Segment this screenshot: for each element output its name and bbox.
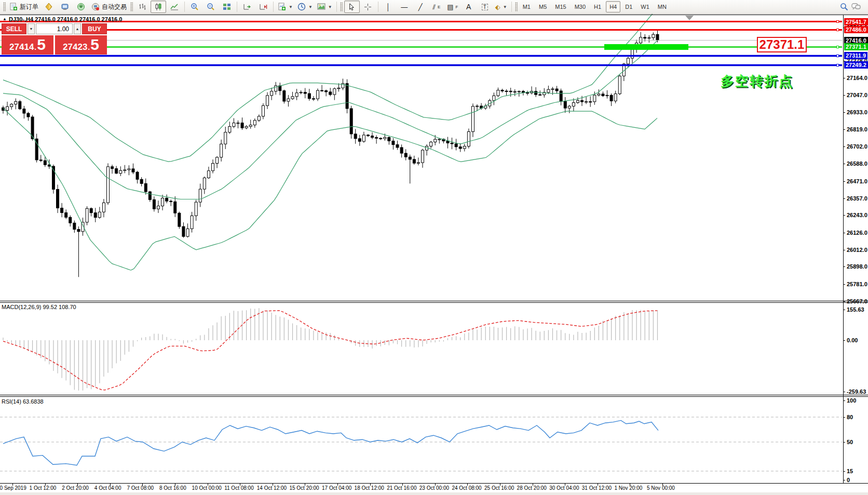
equidistant-channel-button[interactable]: ⫽E — [429, 1, 444, 13]
macd-tick — [843, 392, 845, 392]
trendline-icon: ╱ — [418, 4, 423, 10]
rsi-tick-label: 100 — [847, 397, 856, 404]
market-watch-button[interactable] — [41, 1, 57, 13]
chat-icon[interactable] — [851, 3, 861, 11]
time-tick-label: 8 Oct 16:00 — [159, 485, 186, 491]
time-tick-label: 23 Oct 00:00 — [419, 485, 449, 491]
zoom-out-button[interactable] — [203, 1, 219, 13]
level-price-label: 27541.7 — [844, 18, 868, 25]
toolbar-grip[interactable] — [515, 2, 518, 11]
fibonacci-button[interactable]: ▤F — [445, 1, 460, 13]
line-endpoint-marker[interactable] — [836, 29, 839, 31]
price-tick — [843, 112, 845, 113]
price-callout-label[interactable]: 27371.1 — [757, 37, 807, 52]
line-endpoint-marker[interactable] — [836, 55, 839, 57]
line-endpoint-marker[interactable] — [836, 64, 839, 66]
timeframe-button-h4[interactable]: H4 — [606, 1, 620, 12]
price-tick-label: 26126.0 — [847, 230, 867, 236]
time-tick-label: 11 Oct 08:00 — [224, 485, 254, 491]
level-price-label: 27486.0 — [844, 26, 868, 33]
chart-ohlc-header: DJ30-,H4 27416.0 27416.0 27416.0 27416.0 — [9, 16, 122, 22]
rsi-tick — [843, 442, 845, 443]
timeframe-button-m15[interactable]: M15 — [551, 1, 569, 12]
periods-clock-icon — [297, 3, 306, 11]
price-tick — [843, 129, 845, 130]
vertical-line-button[interactable]: │ — [381, 1, 396, 13]
candlestick-chart-icon — [154, 3, 162, 11]
timeframe-button-w1[interactable]: W1 — [637, 1, 653, 12]
timeframe-button-mn[interactable]: MN — [654, 1, 670, 12]
time-tick-label: 21 Oct 16:00 — [387, 485, 416, 491]
indicators-button[interactable]: ▼ — [276, 1, 295, 13]
toolbar-grip[interactable] — [130, 2, 133, 11]
periods-button[interactable]: ▼ — [295, 1, 315, 13]
price-tick-label: 27164.0 — [847, 75, 867, 81]
toolbar-grip[interactable] — [3, 2, 6, 11]
time-tick-label: 17 Oct 04:00 — [322, 485, 351, 491]
price-tick — [843, 95, 845, 96]
bar-chart-button[interactable] — [134, 1, 150, 13]
crosshair-icon — [364, 3, 372, 11]
macd-divider-top[interactable] — [0, 301, 868, 301]
time-axis[interactable]: 30 Sep 20191 Oct 12:002 Oct 20:004 Oct 0… — [0, 484, 868, 492]
text-tool-icon: A — [466, 4, 471, 10]
line-chart-button[interactable] — [167, 1, 182, 13]
tile-windows-button[interactable] — [219, 1, 235, 13]
volume-increase-button[interactable]: ▲ — [74, 23, 81, 34]
timeframe-button-m5[interactable]: M5 — [535, 1, 550, 12]
templates-button[interactable]: ▼ — [315, 1, 334, 13]
signals-button[interactable] — [73, 1, 89, 13]
buy-button[interactable]: BUY — [82, 23, 107, 34]
level-price-label: 27311.9 — [844, 52, 867, 59]
line-endpoint-marker[interactable] — [836, 46, 839, 48]
candlestick-chart-button[interactable] — [151, 1, 166, 13]
price-tick-label: 26588.0 — [847, 160, 867, 167]
main-toolbar: 新订单 自动交易 — [0, 0, 868, 14]
volume-input[interactable] — [36, 23, 73, 34]
macd-tick — [843, 310, 845, 310]
trendline-button[interactable]: ╱ — [413, 1, 428, 13]
time-tick-label: 5 Nov 00:00 — [647, 485, 675, 491]
arrows-dropdown-arrow: ▼ — [503, 5, 507, 9]
macd-tick-label: 0.00 — [847, 337, 858, 343]
text-label-icon: T — [482, 4, 488, 10]
text-label-button[interactable]: T — [477, 1, 493, 13]
time-tick-label: 30 Sep 2019 — [0, 485, 26, 491]
templates-icon — [317, 3, 326, 11]
crosshair-button[interactable] — [360, 1, 376, 13]
toolbar-grip[interactable] — [340, 2, 343, 11]
time-tick-label: 15 Oct 20:00 — [289, 485, 319, 491]
timeframe-button-m1[interactable]: M1 — [519, 1, 534, 12]
level-price-label: 27249.2 — [844, 61, 868, 69]
cursor-button[interactable] — [344, 1, 360, 13]
new-order-button[interactable]: 新订单 — [7, 1, 40, 13]
algo-trading-button[interactable]: 自动交易 — [89, 1, 129, 13]
buy-price-panel[interactable]: 27423 . 5 — [55, 35, 107, 55]
oneclick-collapse-arrow[interactable]: ▲ — [3, 17, 7, 21]
rsi-divider-bottom[interactable] — [0, 396, 868, 397]
chinese-annotation[interactable]: 多空转折点 — [721, 72, 793, 90]
line-endpoint-marker[interactable] — [836, 20, 839, 23]
text-tool-button[interactable]: A — [461, 1, 477, 13]
timeframe-button-m30[interactable]: M30 — [571, 1, 589, 12]
rsi-divider-top[interactable] — [0, 395, 868, 395]
horizontal-line-button[interactable]: — — [397, 1, 412, 13]
chart-shift-icon — [259, 3, 267, 11]
sell-button[interactable]: SELL — [2, 23, 26, 34]
chart-shift-button[interactable] — [255, 1, 271, 13]
chart-shift-marker[interactable] — [685, 16, 694, 20]
arrows-button[interactable]: ⬖ ▼ — [493, 1, 509, 13]
volume-decrease-button[interactable]: ▼ — [28, 23, 35, 34]
price-scale[interactable]: 27500.027278.027164.027047.026933.026819… — [843, 15, 868, 483]
sell-price-panel[interactable]: 27414 . 5 — [2, 35, 53, 55]
one-click-trading-panel: SELL ▼ ▲ BUY 27414 . 5 27423 . 5 — [2, 23, 107, 55]
time-tick-label: 4 Oct 04:00 — [94, 485, 121, 491]
search-icon[interactable] — [840, 3, 848, 11]
macd-divider-bottom[interactable] — [0, 302, 868, 303]
timeframe-button-h1[interactable]: H1 — [590, 1, 605, 12]
depth-of-market-button[interactable] — [57, 1, 73, 13]
zoom-in-button[interactable] — [187, 1, 202, 13]
buy-price-sep: . — [88, 43, 90, 51]
timeframe-button-d1[interactable]: D1 — [621, 1, 636, 12]
auto-scroll-button[interactable] — [239, 1, 255, 13]
